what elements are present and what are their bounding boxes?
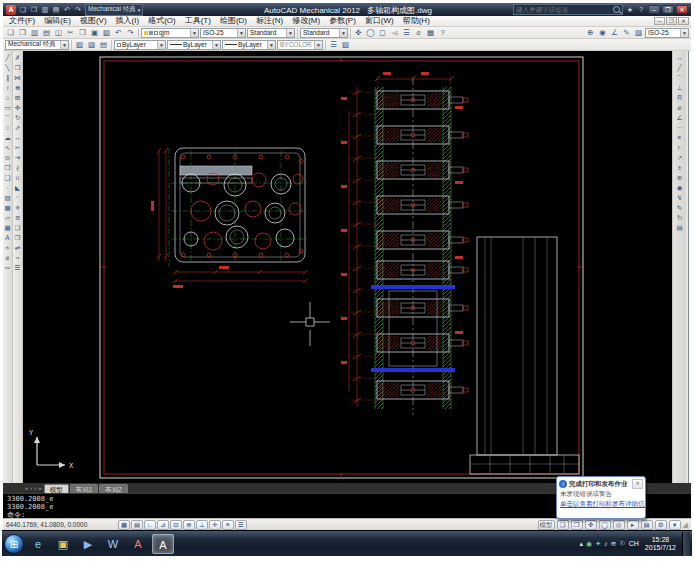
plotter-status-icon[interactable]: ▤ <box>641 520 653 530</box>
properties-palette-icon[interactable]: ☰ <box>328 39 339 50</box>
dim-style-dropdown[interactable]: ISO-25▼ <box>200 28 246 38</box>
tray-action-center-icon[interactable]: ⚐ <box>619 534 625 554</box>
dim-arc-length-icon[interactable]: ⌒ <box>675 73 684 82</box>
plotstyle-dropdown[interactable]: BYCOLOR▼ <box>277 40 323 50</box>
dim-angular-icon[interactable]: ∠ <box>675 113 684 122</box>
show-desktop-button[interactable] <box>682 532 690 556</box>
menu-draw[interactable]: 绘图(D) <box>216 16 251 26</box>
grid-toggle[interactable]: ▤ <box>131 520 143 530</box>
dim-edit-icon[interactable]: ✎ <box>621 27 632 38</box>
taskbar-acrobat-icon[interactable]: A <box>127 534 149 554</box>
revision-cloud-icon[interactable]: ☁ <box>3 133 12 142</box>
language-indicator[interactable]: CH <box>629 540 639 547</box>
steering-wheel-icon[interactable]: ◎ <box>613 520 625 530</box>
model-space-button[interactable]: 模型 <box>538 520 555 530</box>
multiline-icon[interactable]: ∥ <box>3 73 12 82</box>
search-icon[interactable] <box>613 6 620 13</box>
balloon-close-icon[interactable]: ✕ <box>632 479 643 489</box>
menu-tools[interactable]: 工具(T) <box>181 16 215 26</box>
quick-dim-icon[interactable]: ⋯ <box>675 123 684 132</box>
match-properties-icon[interactable]: ▧ <box>101 27 112 38</box>
extend-icon[interactable]: ⇥ <box>13 153 22 162</box>
dyn-toggle[interactable]: ✛ <box>209 520 221 530</box>
menu-file[interactable]: 文件(F) <box>5 16 39 26</box>
rotate-icon[interactable]: ↻ <box>13 113 22 122</box>
menu-window[interactable]: 窗口(W) <box>361 16 398 26</box>
layer-dropdown[interactable]: qjm ▼ <box>141 28 199 38</box>
explode-icon[interactable]: ✳ <box>13 203 22 212</box>
start-button[interactable]: ⊞ <box>4 534 24 554</box>
plot-preview-icon[interactable]: ◫ <box>53 27 64 38</box>
layer-isolate-icon[interactable]: ▤ <box>98 39 109 50</box>
workspace-gear-icon[interactable]: ⚙ <box>655 520 667 530</box>
plot-icon[interactable]: ▤ <box>41 27 52 38</box>
dim-jogged-icon[interactable]: ↯ <box>675 193 684 202</box>
status-menu-icon[interactable]: ▾ <box>669 520 681 530</box>
erase-icon[interactable]: ✗ <box>13 53 22 62</box>
tray-volume-icon[interactable]: ♪ <box>604 534 608 554</box>
doc-restore-button[interactable]: ❐ <box>666 17 677 25</box>
taskbar-ie-icon[interactable]: e <box>27 534 49 554</box>
clock[interactable]: 15:28 2015/7/12 <box>642 536 679 552</box>
tab-layout1[interactable]: 布局1 <box>70 484 99 493</box>
tab-first-icon[interactable]: « <box>25 484 28 493</box>
dim-linear-icon[interactable]: ↔ <box>675 53 684 62</box>
exchange-icon[interactable]: ★ <box>625 5 635 15</box>
search-input[interactable] <box>516 6 611 13</box>
arc-icon[interactable]: ⌒ <box>3 113 12 122</box>
point-icon[interactable]: ∙ <box>3 183 12 192</box>
dim-style-icon[interactable]: ▤ <box>675 223 684 232</box>
qat-undo-icon[interactable]: ↶ <box>62 5 72 15</box>
table-cells-icon[interactable]: ▦ <box>3 223 12 232</box>
zoom-window-icon[interactable]: ◻ <box>377 27 388 38</box>
qat-save-icon[interactable]: ▥ <box>40 5 50 15</box>
qat-new-icon[interactable]: ❏ <box>18 5 28 15</box>
dim-diameter-icon[interactable]: ⌀ <box>675 103 684 112</box>
polar-toggle[interactable]: ⊿ <box>157 520 169 530</box>
text-style-dropdown[interactable]: Standard▼ <box>247 28 295 38</box>
tab-next-icon[interactable]: › <box>34 484 36 493</box>
lineweight-dropdown[interactable]: ByLayer▼ <box>222 40 276 50</box>
layer-properties-icon[interactable]: ▧ <box>74 39 85 50</box>
menu-edit[interactable]: 编辑(E) <box>40 16 75 26</box>
array-icon[interactable]: ⊞ <box>13 93 22 102</box>
tray-app-blue-icon[interactable]: ✦ <box>595 534 601 554</box>
divide-icon[interactable]: ∻ <box>3 243 12 252</box>
snap-toggle[interactable]: ▦ <box>118 520 130 530</box>
offset-icon[interactable]: ≣ <box>13 83 22 92</box>
dim-text-edit-icon[interactable]: ✎ <box>675 203 684 212</box>
trim-icon[interactable]: ✂ <box>13 143 22 152</box>
redo-icon[interactable]: ↷ <box>125 27 136 38</box>
qat-open-icon[interactable]: ❐ <box>29 5 39 15</box>
polygon-icon[interactable]: ⌂ <box>3 93 12 102</box>
align-icon[interactable]: ≌ <box>13 213 22 222</box>
pan-icon[interactable]: ✜ <box>353 27 364 38</box>
qp-toggle[interactable]: ☰ <box>235 520 247 530</box>
dim-ordinate-icon[interactable]: ⊥ <box>675 83 684 92</box>
measure-length-icon[interactable]: ⌀ <box>3 253 12 262</box>
hatch-tool-icon[interactable]: ▧ <box>340 39 351 50</box>
paste-icon[interactable]: ▣ <box>89 27 100 38</box>
line-icon[interactable]: ╱ <box>3 53 12 62</box>
gradient-icon[interactable]: ▩ <box>3 203 12 212</box>
measure-icon[interactable]: ⌀ <box>413 27 424 38</box>
chamfer-icon[interactable]: ◣ <box>13 183 22 192</box>
status-zoom-icon[interactable]: ◯ <box>599 520 611 530</box>
scale-icon[interactable]: ⇗ <box>13 123 22 132</box>
taskbar-media-icon[interactable]: ▶ <box>77 534 99 554</box>
ducs-toggle[interactable]: ⊥ <box>196 520 208 530</box>
dim-style-right-dropdown[interactable]: ISO-25▼ <box>645 28 689 38</box>
osnap-toggle[interactable]: ⊡ <box>170 520 182 530</box>
dim-update-icon[interactable]: ↻ <box>675 213 684 222</box>
minimize-button[interactable]: ─ <box>648 5 660 14</box>
cut-icon[interactable]: ✂ <box>65 27 76 38</box>
properties-icon[interactable]: ☰ <box>401 27 412 38</box>
mirror-icon[interactable]: ⋈ <box>13 73 22 82</box>
qat-redo-icon[interactable]: ↷ <box>73 5 83 15</box>
insert-block-icon[interactable]: ❒ <box>3 163 12 172</box>
break-icon[interactable]: ∤ <box>13 163 22 172</box>
inspect-icon[interactable]: ◉ <box>597 27 608 38</box>
new-icon[interactable]: ❏ <box>5 27 16 38</box>
quick-view-layouts-icon[interactable]: ❏ <box>557 520 569 530</box>
open-icon[interactable]: ❐ <box>17 27 28 38</box>
